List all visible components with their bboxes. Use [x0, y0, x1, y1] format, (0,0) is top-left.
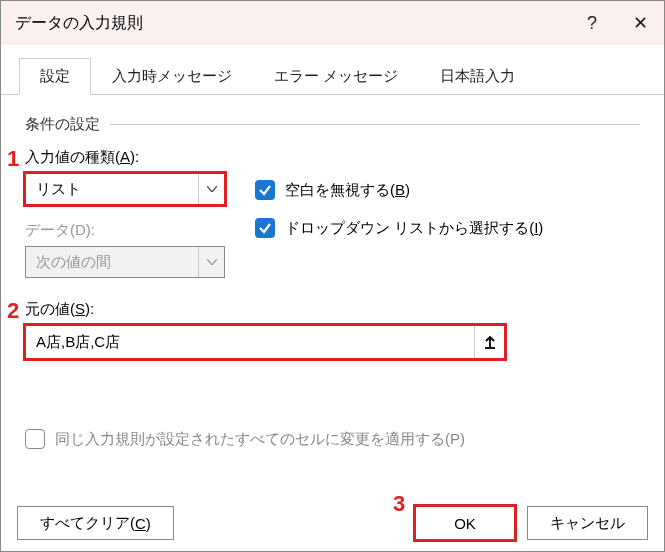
group-divider: [110, 124, 640, 125]
ignore-blank-checkbox[interactable]: 空白を無視する(B): [255, 180, 640, 200]
help-icon: ?: [587, 13, 597, 34]
data-label: データ(D):: [25, 221, 225, 240]
titlebar: データの入力規則 ? ✕: [1, 1, 664, 45]
tab-strip: 設定 入力時メッセージ エラー メッセージ 日本語入力: [1, 45, 664, 95]
dialog-title: データの入力規則: [15, 13, 568, 34]
checkbox-unchecked-icon: [25, 429, 45, 449]
tab-content: 条件の設定 1 入力値の種類(A): リスト データ(D): 次の値の間: [1, 95, 664, 449]
checkbox-checked-icon: [255, 180, 275, 200]
tab-error-alert[interactable]: エラー メッセージ: [253, 58, 419, 95]
tab-ime-mode[interactable]: 日本語入力: [419, 58, 536, 95]
apply-all-checkbox: 同じ入力規則が設定されたすべてのセルに変更を適用する(P): [25, 429, 640, 449]
clear-all-button[interactable]: すべてクリア(C): [17, 506, 174, 540]
in-cell-dropdown-label: ドロップダウン リストから選択する(I): [285, 219, 543, 238]
chevron-down-icon: [198, 174, 224, 204]
source-label: 元の値(S):: [25, 300, 640, 319]
apply-all-label: 同じ入力規則が設定されたすべてのセルに変更を適用する(P): [55, 430, 465, 449]
in-cell-dropdown-checkbox[interactable]: ドロップダウン リストから選択する(I): [255, 218, 640, 238]
dialog-footer: すべてクリア(C) 3 OK キャンセル: [1, 495, 664, 551]
allow-select-value: リスト: [26, 180, 198, 199]
allow-select[interactable]: リスト: [25, 173, 225, 205]
source-input-wrap: [25, 325, 505, 359]
data-select: 次の値の間: [25, 246, 225, 278]
callout-marker-3: 3: [389, 491, 409, 517]
tab-input-message[interactable]: 入力時メッセージ: [91, 58, 253, 95]
checkbox-checked-icon: [255, 218, 275, 238]
cancel-button[interactable]: キャンセル: [527, 506, 648, 540]
data-validation-dialog: データの入力規則 ? ✕ 設定 入力時メッセージ エラー メッセージ 日本語入力…: [0, 0, 665, 552]
help-button[interactable]: ?: [568, 1, 616, 45]
ok-button[interactable]: OK: [415, 506, 515, 540]
callout-marker-2: 2: [3, 298, 23, 324]
source-input[interactable]: [26, 326, 474, 358]
allow-label: 入力値の種類(A):: [25, 148, 225, 167]
close-icon: ✕: [633, 12, 648, 34]
group-conditions-label: 条件の設定: [25, 115, 100, 134]
tab-settings[interactable]: 設定: [19, 58, 91, 95]
group-conditions: 条件の設定: [25, 115, 640, 134]
data-select-value: 次の値の間: [26, 253, 198, 272]
collapse-dialog-icon: [483, 335, 497, 349]
close-button[interactable]: ✕: [616, 1, 664, 45]
callout-marker-1: 1: [3, 146, 23, 172]
range-selector-button[interactable]: [474, 326, 504, 358]
ignore-blank-label: 空白を無視する(B): [285, 181, 410, 200]
chevron-down-icon: [198, 247, 224, 277]
